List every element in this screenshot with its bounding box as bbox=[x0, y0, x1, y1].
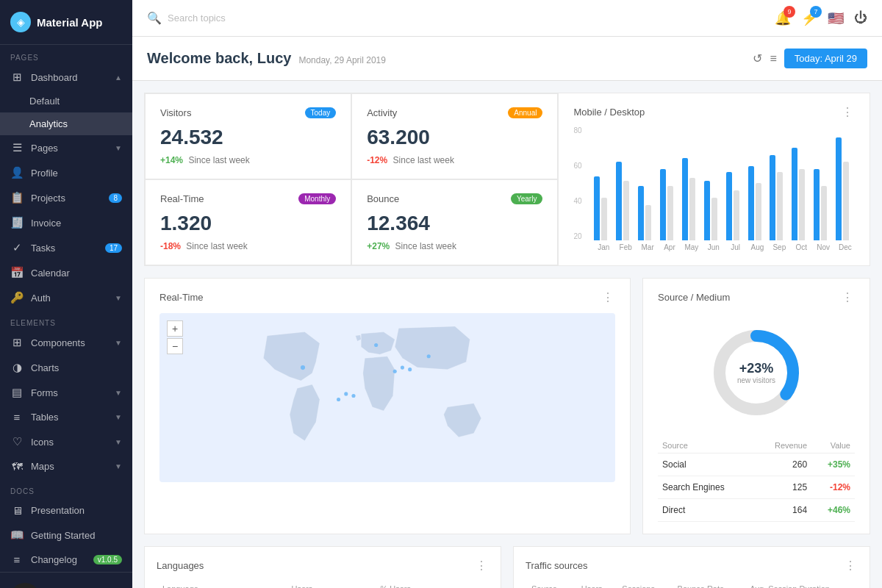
alert-badge: 7 bbox=[810, 6, 822, 18]
bar-blue bbox=[748, 166, 754, 240]
sidebar-item-components[interactable]: ⊞ Components ▼ bbox=[0, 330, 132, 355]
donut-chart: +23% new visitors bbox=[709, 325, 804, 420]
sidebar-item-label: Auth bbox=[31, 293, 51, 304]
sidebar-item-forms[interactable]: ▤ Forms ▼ bbox=[0, 380, 132, 405]
visitors-value: 24.532 bbox=[160, 126, 336, 149]
realtime-change: -18% bbox=[160, 241, 181, 251]
filter-icon[interactable]: ≡ bbox=[770, 52, 776, 65]
section-label-elements: Elements bbox=[0, 310, 132, 330]
sidebar-item-default[interactable]: Default bbox=[0, 90, 132, 112]
sidebar-item-projects[interactable]: 📋 Projects 8 bbox=[0, 185, 132, 210]
realtime-badge: Monthly bbox=[298, 193, 336, 204]
sidebar-item-changelog[interactable]: ≡ Changelog v1.0.5 bbox=[0, 548, 132, 572]
bar-blue bbox=[616, 162, 622, 240]
languages-menu[interactable]: ⋮ bbox=[476, 559, 489, 573]
activity-footer: -12% Since last week bbox=[367, 155, 542, 165]
source-medium-menu[interactable]: ⋮ bbox=[842, 290, 855, 304]
power-button[interactable]: ⏻ bbox=[854, 10, 867, 26]
bar-gray bbox=[777, 172, 783, 240]
bounce-value: 12.364 bbox=[367, 212, 542, 235]
sidebar-item-maps[interactable]: 🗺 Maps ▼ bbox=[0, 454, 132, 478]
page-header-actions: ↺ ≡ Today: April 29 bbox=[753, 49, 867, 68]
bar-x-label: Feb bbox=[616, 243, 635, 251]
forms-icon: ▤ bbox=[10, 386, 24, 399]
table-row: Search Engines 125 -12% bbox=[658, 476, 855, 499]
svg-point-7 bbox=[408, 368, 412, 371]
sidebar-item-presentation[interactable]: 🖥 Presentation bbox=[0, 498, 132, 523]
section-label-pages: Pages bbox=[0, 45, 132, 65]
bar-x-label: Aug bbox=[748, 243, 767, 251]
sidebar-item-charts[interactable]: ◑ Charts bbox=[0, 355, 132, 380]
sidebar-item-getting-started[interactable]: 📖 Getting Started bbox=[0, 523, 132, 548]
sidebar-item-dashboard[interactable]: ⊞ Dashboard ▲ bbox=[0, 65, 132, 90]
bar-gray bbox=[645, 205, 651, 240]
auth-icon: 🔑 bbox=[10, 291, 24, 304]
sidebar-item-analytics[interactable]: Analytics bbox=[0, 112, 132, 135]
sidebar-item-invoice[interactable]: 🧾 Invoice bbox=[0, 210, 132, 235]
chevron-icon: ▼ bbox=[115, 413, 122, 421]
value-col-header: Value bbox=[811, 438, 855, 453]
changelog-badge: v1.0.5 bbox=[93, 555, 122, 564]
activity-since: Since last week bbox=[393, 155, 454, 165]
table-row: Direct 164 +46% bbox=[658, 499, 855, 522]
sidebar-item-profile[interactable]: 👤 Profile bbox=[0, 160, 132, 185]
visitors-card: Visitors Today 24.532 +14% Since last we… bbox=[145, 93, 351, 179]
language-flag[interactable]: 🇺🇸 bbox=[828, 10, 844, 26]
sidebar-item-tables[interactable]: ≡ Tables ▼ bbox=[0, 405, 132, 429]
realtime-map-menu[interactable]: ⋮ bbox=[602, 290, 615, 304]
realtime-since: Since last week bbox=[186, 241, 247, 251]
sidebar-item-tasks[interactable]: ✓ Tasks 17 bbox=[0, 235, 132, 260]
visitors-card-header: Visitors Today bbox=[160, 107, 336, 118]
sidebar-item-pages[interactable]: ☰ Pages ▼ bbox=[0, 135, 132, 160]
source-col-header: Source bbox=[658, 438, 755, 453]
bar-group bbox=[792, 148, 811, 240]
activity-change: -12% bbox=[367, 155, 387, 165]
traffic-duration-col: Avg. Session Duration bbox=[744, 581, 858, 588]
bar-gray bbox=[756, 183, 761, 240]
revenue-cell: 260 bbox=[755, 453, 811, 476]
traffic-menu[interactable]: ⋮ bbox=[845, 559, 858, 573]
sidebar-item-calendar[interactable]: 📅 Calendar bbox=[0, 260, 132, 285]
world-map-container: + − bbox=[159, 313, 615, 482]
y-label-20: 20 bbox=[573, 232, 581, 240]
source-cell: Search Engines bbox=[658, 476, 755, 499]
alerts-button[interactable]: ⚡ 7 bbox=[801, 10, 817, 26]
svg-point-2 bbox=[344, 392, 348, 395]
sidebar-item-icons[interactable]: ♡ Icons ▼ bbox=[0, 429, 132, 454]
bar-blue bbox=[594, 176, 600, 240]
chevron-icon: ▼ bbox=[115, 294, 122, 302]
svg-point-8 bbox=[427, 354, 431, 358]
sidebar-item-auth[interactable]: 🔑 Auth ▼ bbox=[0, 285, 132, 310]
bar-gray bbox=[821, 186, 827, 240]
search-area[interactable]: 🔍 Search topics bbox=[147, 11, 766, 25]
languages-header: Languages ⋮ bbox=[157, 559, 489, 573]
notifications-button[interactable]: 🔔 9 bbox=[775, 10, 791, 26]
svg-point-1 bbox=[337, 398, 340, 401]
realtime-card-header: Real-Time Monthly bbox=[160, 193, 336, 204]
bar-chart-menu[interactable]: ⋮ bbox=[842, 105, 855, 119]
bounce-card-header: Bounce Yearly bbox=[367, 193, 542, 204]
bar-x-label: Sep bbox=[770, 243, 789, 251]
traffic-bounce-col: Bounce Rate bbox=[672, 581, 745, 588]
source-medium-header: Source / Medium ⋮ bbox=[658, 290, 855, 304]
sidebar-item-label: Projects bbox=[31, 193, 65, 204]
dashboard-content: Visitors Today 24.532 +14% Since last we… bbox=[132, 81, 882, 588]
y-label-60: 60 bbox=[573, 162, 581, 170]
today-button[interactable]: Today: April 29 bbox=[784, 49, 867, 68]
chevron-icon: ▼ bbox=[115, 462, 122, 470]
traffic-users-col: Users bbox=[576, 581, 616, 588]
chevron-icon: ▲ bbox=[115, 74, 122, 82]
react-logo-area: ⚛ React bbox=[0, 572, 132, 588]
bar-x-label: May bbox=[682, 243, 701, 251]
refresh-icon[interactable]: ↺ bbox=[753, 51, 762, 65]
app-name: Material App bbox=[37, 16, 102, 29]
chevron-icon: ▼ bbox=[115, 144, 122, 152]
top-section: Visitors Today 24.532 +14% Since last we… bbox=[144, 93, 870, 266]
sidebar-item-label: Default bbox=[29, 96, 60, 107]
source-table: Source Revenue Value Social 260 +35% Sea… bbox=[658, 438, 855, 522]
bar-group bbox=[660, 169, 679, 240]
bar-gray bbox=[711, 198, 717, 240]
lang-col: Language bbox=[157, 581, 286, 588]
languages-table: Language Users % Users en-us 865 bbox=[157, 581, 489, 588]
app-logo[interactable]: ◈ Material App bbox=[0, 0, 132, 45]
